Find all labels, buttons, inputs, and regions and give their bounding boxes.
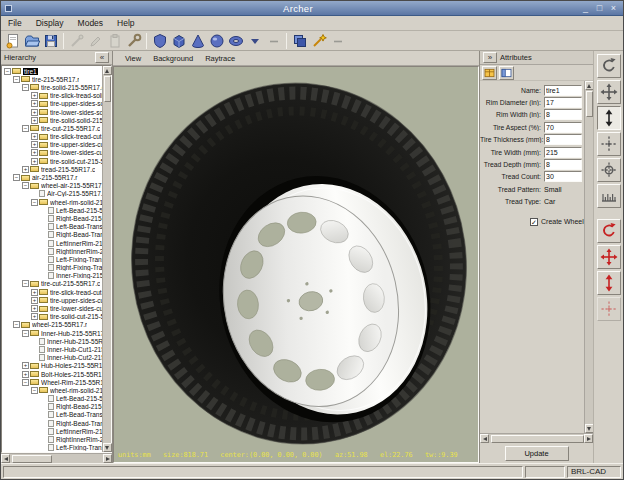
tree-item[interactable]: +Hub-Holes-215-55R17 [2, 362, 102, 370]
tree-item[interactable]: +tire-lower-sides-cut-21 [2, 149, 102, 157]
wizard-button[interactable] [309, 32, 328, 50]
tread-count-input[interactable] [544, 171, 582, 182]
tree-item[interactable]: Inner-Hub-215-55R17.s [2, 337, 102, 345]
make-combination-button[interactable] [290, 32, 309, 50]
tree-item[interactable]: −Inner-Hub-215-55R17.c [2, 329, 102, 337]
tree-item[interactable]: +tire-upper-sides-solid-2 [2, 100, 102, 108]
scale-view-button[interactable] [597, 106, 621, 130]
tree-item[interactable]: Right-Bead-Trans-21 [2, 231, 102, 239]
primitive-shield-button[interactable] [150, 32, 169, 50]
tree-item[interactable]: +tread-215-55R17.c [2, 165, 102, 173]
tree-item[interactable]: +tire-slick-tread-cut-215 [2, 288, 102, 296]
tree-expander-icon[interactable]: + [31, 313, 38, 320]
tree-item[interactable]: +tire-solid-cut-215-55R1 [2, 313, 102, 321]
tree-item[interactable]: Right-Fixing-Trans-2 [2, 264, 102, 272]
tire-thickness-mm-input[interactable] [544, 134, 582, 145]
tree-item[interactable]: Right-Bead-Trans-21 [2, 419, 102, 427]
toolbar-dash-1[interactable] [264, 32, 283, 50]
tree-expander-icon[interactable]: − [31, 387, 38, 394]
new-file-button[interactable] [3, 32, 22, 50]
hscroll-thumb[interactable] [12, 455, 52, 463]
3d-viewport[interactable]: units:mm size:818.71 center:(0.00, 0.00,… [113, 66, 479, 463]
tree-expander-icon[interactable]: + [31, 117, 38, 124]
tree-item[interactable]: +Bolt-Holes-215-55R17 [2, 370, 102, 378]
name-input[interactable] [544, 85, 582, 96]
tree-item[interactable]: Left-Bead-215-55R17 [2, 395, 102, 403]
menu-display[interactable]: Display [29, 18, 71, 28]
create-wheel-option[interactable]: ✓Create Wheel [530, 218, 584, 226]
tree-expander-icon[interactable]: + [31, 289, 38, 296]
scroll-right-icon[interactable] [103, 454, 112, 463]
tree-expander-icon[interactable]: − [13, 76, 20, 83]
hscroll-thumb[interactable] [491, 435, 584, 443]
open-button[interactable] [22, 32, 41, 50]
scroll-left-icon[interactable] [1, 454, 10, 463]
scroll-down-icon[interactable] [103, 443, 112, 452]
tree-item[interactable]: −tire1 [2, 67, 102, 75]
maximize-button[interactable]: □ [594, 3, 605, 14]
tree-item[interactable]: Inner-Fixing-215-55R [2, 272, 102, 280]
tree-item[interactable]: Left-Bead-215-55R17 [2, 206, 102, 214]
checkbox-icon[interactable]: ✓ [530, 218, 538, 226]
attr-column-view-button[interactable] [499, 66, 514, 80]
tree-item[interactable]: −tire-solid-215-55R17.c [2, 83, 102, 91]
tree-item[interactable]: +tire-lower-sides-solid-2 [2, 108, 102, 116]
tree-expander-icon[interactable]: + [22, 362, 29, 369]
tree-item[interactable]: Inner-Hub-Cut1-215-55 [2, 345, 102, 353]
tree-item[interactable]: Inner-Hub-Cut2-215-55 [2, 354, 102, 362]
tree-expander-icon[interactable]: + [22, 371, 29, 378]
primitive-torus-button[interactable] [226, 32, 245, 50]
view-origin-button[interactable] [597, 158, 621, 182]
primitive-sphere-button[interactable] [207, 32, 226, 50]
vscroll-thumb[interactable] [104, 76, 111, 102]
rim-width-in-input[interactable] [544, 109, 582, 120]
tree-item[interactable]: Air-Cyl-215-55R17.s [2, 190, 102, 198]
tree-item[interactable]: −wheel-rim-solid-215-55 [2, 386, 102, 394]
tread-type-value[interactable]: Car [544, 198, 582, 205]
rotate-object-button[interactable] [597, 219, 621, 243]
tree-item[interactable]: −wheel-air-215-55R17.c [2, 182, 102, 190]
tree-expander-icon[interactable]: + [31, 149, 38, 156]
hierarchy-hscrollbar[interactable] [1, 453, 112, 463]
tree-item[interactable]: −tire-cut-215-55R17.c [2, 280, 102, 288]
tree-item[interactable]: +tire-slick-tread-solid-21 [2, 92, 102, 100]
tree-item[interactable]: +tire-solid-cut-215-55R1 [2, 157, 102, 165]
tree-item[interactable]: LeftInnerRim-215-55 [2, 239, 102, 247]
rotate-view-button[interactable] [597, 54, 621, 78]
tree-item[interactable]: +tire-upper-sides-cut-21 [2, 141, 102, 149]
tree-item[interactable]: RightInnerRim-215-5 [2, 247, 102, 255]
tree-expander-icon[interactable]: − [13, 174, 20, 181]
tree-item[interactable]: Right-Bead-215-55R [2, 214, 102, 222]
attributes-collapse-button[interactable]: » [483, 52, 497, 63]
tree-item[interactable]: Left-Bead-Trans-215 [2, 411, 102, 419]
menu-file[interactable]: File [1, 18, 29, 28]
tree-item[interactable]: −tire-215-55R17.r [2, 75, 102, 83]
tree-item[interactable]: Left-Bead-Trans-215 [2, 223, 102, 231]
vscroll-thumb[interactable] [586, 91, 593, 117]
scroll-up-icon[interactable] [103, 66, 112, 75]
viewport-menu-raytrace[interactable]: Raytrace [200, 54, 240, 63]
tree-expander-icon[interactable]: + [31, 158, 38, 165]
tree-expander-icon[interactable]: + [31, 141, 38, 148]
tree-expander-icon[interactable]: + [31, 133, 38, 140]
tree-expander-icon[interactable]: − [22, 125, 29, 132]
attributes-vscrollbar[interactable] [584, 81, 593, 433]
hierarchy-collapse-button[interactable]: « [95, 52, 109, 63]
rim-diameter-in-input[interactable] [544, 97, 582, 108]
tree-item[interactable]: −tire-cut-215-55R17.c [2, 124, 102, 132]
center-view-button[interactable] [597, 132, 621, 156]
viewport-menu-background[interactable]: Background [148, 54, 198, 63]
tree-item[interactable]: −wheel-rim-solid-215-55 [2, 198, 102, 206]
tree-item[interactable]: Left-Fixing-Trans-215 [2, 444, 102, 452]
scroll-right-icon[interactable] [584, 434, 593, 443]
close-button[interactable]: × [608, 3, 619, 14]
tree-expander-icon[interactable]: + [31, 92, 38, 99]
tree-item[interactable]: +tire-upper-sides-cut-21 [2, 296, 102, 304]
tree-item[interactable]: RightInnerRim-215-5 [2, 435, 102, 443]
update-button[interactable]: Update [505, 446, 569, 461]
tree-expander-icon[interactable]: − [22, 379, 29, 386]
tree-expander-icon[interactable]: + [22, 166, 29, 173]
tree-expander-icon[interactable]: + [31, 109, 38, 116]
tree-item[interactable]: +tire-lower-sides-cut-21 [2, 304, 102, 312]
menu-help[interactable]: Help [110, 18, 141, 28]
